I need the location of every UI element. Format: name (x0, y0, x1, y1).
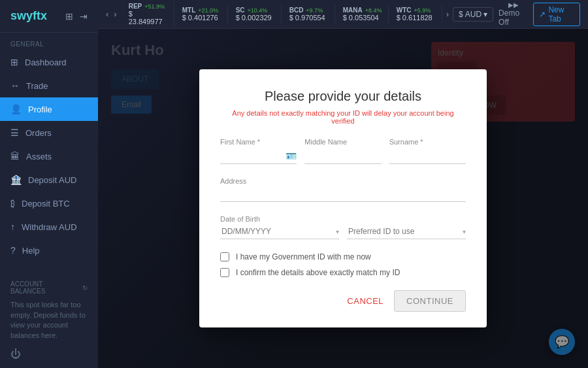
profile-icon: 👤 (10, 104, 22, 114)
gov-id-label[interactable]: I have my Government ID with me now (236, 252, 371, 261)
help-icon: ? (10, 245, 16, 256)
preferred-id-field: Preferred ID to use ▾ (347, 224, 466, 239)
forward-button[interactable]: › (114, 9, 116, 19)
dob-field: Date of Birth DD/MM/YYYY ▾ (220, 212, 339, 239)
sidebar-icon-group: ⊞ ⇥ (65, 11, 88, 22)
assets-icon: 🏛 (10, 151, 20, 161)
address-label: Address (220, 177, 246, 185)
trade-icon: ↔ (10, 80, 20, 91)
sidebar-item-trade[interactable]: ↔ Trade (0, 74, 98, 97)
sidebar-item-label-orders: Orders (25, 128, 52, 138)
ticker-wtc-price: $ 0.611828 (397, 14, 435, 22)
address-input[interactable] (220, 186, 466, 202)
dob-selector: DD/MM/YYYY ▾ (220, 224, 339, 239)
power-icon[interactable]: ⏻ (10, 348, 88, 360)
back-button[interactable]: ‹ (106, 9, 108, 19)
surname-label: Surname * (389, 138, 466, 146)
login-icon[interactable]: ⇥ (80, 11, 88, 22)
checkbox2-row: I confirm the details above exactly matc… (220, 268, 466, 277)
currency-selector[interactable]: $ AUD ▾ (453, 7, 493, 22)
ticker-bcd[interactable]: BCD +9.7% $ 0.970554 (283, 5, 335, 23)
orders-icon: ☰ (10, 127, 19, 138)
ticker-mtl[interactable]: MTL +21.0% $ 0.401276 (176, 5, 228, 23)
deposit-aud-icon: 🏦 (10, 175, 22, 185)
middle-name-input[interactable] (304, 148, 381, 164)
sidebar-item-assets[interactable]: 🏛 Assets (0, 144, 98, 168)
modal-warning: Any details not exactly matching your ID… (220, 109, 466, 125)
continue-button[interactable]: CONTINUE (394, 290, 466, 312)
middle-name-label: Middle Name (304, 138, 381, 146)
logo: swyftx (10, 9, 47, 23)
deposit-btc-icon: ₿ (10, 198, 15, 209)
ticker-rep-name: REP (129, 3, 142, 10)
sidebar-item-withdraw-aud[interactable]: ↑ Withdraw AUD (0, 215, 98, 239)
name-row: First Name * 🪪 Middle Name (220, 138, 466, 164)
sidebar-item-label-profile: Profile (28, 105, 52, 114)
account-balances-label: ACCOUNT BALANCES ↻ (10, 280, 88, 295)
sidebar: swyftx ⊞ ⇥ GENERAL ⊞ Dashboard ↔ Trade 👤… (0, 0, 98, 368)
ticker-rep-change: +51.9% (144, 3, 165, 10)
sidebar-item-deposit-aud[interactable]: 🏦 Deposit AUD (0, 168, 98, 192)
cancel-button[interactable]: CANCEL (347, 296, 384, 306)
account-empty-text: This spot looks far too empty. Deposit f… (10, 300, 88, 341)
modal-footer: CANCEL CONTINUE (220, 290, 466, 312)
chevron-down-icon: ▾ (483, 10, 487, 19)
dob-select[interactable]: DD/MM/YYYY (220, 224, 336, 239)
ticker-sc[interactable]: SC +10.4% $ 0.002329 (229, 5, 282, 23)
gov-id-checkbox[interactable] (220, 252, 229, 261)
checkbox1-row: I have my Government ID with me now (220, 252, 466, 261)
ticker-bcd-change: +9.7% (306, 7, 323, 14)
ticker-bcd-name: BCD (289, 7, 304, 14)
surname-input[interactable] (389, 148, 466, 164)
demo-icon: ▶▶ (508, 1, 519, 8)
sidebar-item-dashboard[interactable]: ⊞ Dashboard (0, 50, 98, 74)
sidebar-item-label-deposit-aud: Deposit AUD (28, 175, 76, 185)
ticker-mana-price: $ 0.053504 (343, 14, 382, 22)
sidebar-item-label-withdraw-aud: Withdraw AUD (22, 222, 77, 232)
ticker-mtl-name: MTL (182, 7, 196, 14)
sidebar-item-deposit-btc[interactable]: ₿ Deposit BTC (0, 192, 98, 215)
ticker-sc-name: SC (236, 7, 245, 14)
ticker-mana[interactable]: MANA +8.4% $ 0.053504 (336, 5, 389, 23)
dob-row: Date of Birth DD/MM/YYYY ▾ Preferred ID … (220, 212, 466, 239)
content-area: Kurt Ho ABOUT Email Identity 🪪 VERIFY NO… (98, 29, 588, 368)
preferred-id-select[interactable]: Preferred ID to use (347, 224, 463, 239)
middle-name-field: Middle Name (304, 138, 381, 164)
ticker-rep[interactable]: REP +51.9% $ 23.849977 (122, 1, 174, 27)
withdraw-aud-icon: ↑ (10, 222, 15, 232)
confirm-match-label[interactable]: I confirm the details above exactly matc… (236, 268, 400, 277)
dollar-icon: $ (459, 10, 463, 19)
address-field-wrapper: Address (220, 175, 466, 202)
ticker-sc-price: $ 0.002329 (236, 14, 274, 22)
ticker-mana-change: +8.4% (365, 7, 382, 14)
ticker-mana-name: MANA (343, 7, 363, 14)
refresh-icon[interactable]: ↻ (82, 284, 88, 292)
sidebar-item-orders[interactable]: ☰ Orders (0, 121, 98, 144)
sidebar-item-help[interactable]: ? Help (0, 239, 98, 262)
sidebar-item-profile[interactable]: 👤 Profile (0, 97, 98, 121)
modal-overlay: Please provide your details Any details … (98, 29, 588, 368)
more-tickers-button[interactable]: › (446, 9, 449, 19)
confirm-match-checkbox[interactable] (220, 268, 229, 277)
ticker-mtl-change: +21.0% (198, 7, 218, 14)
external-link-icon: ↗ (539, 10, 546, 19)
new-tab-button[interactable]: ↗ New Tab (533, 3, 580, 26)
sidebar-item-label-dashboard: Dashboard (25, 58, 67, 67)
ticker-wtc[interactable]: WTC +5.9% $ 0.611828 (390, 5, 442, 23)
preferred-id-selector: Preferred ID to use ▾ (347, 224, 466, 239)
provide-details-modal: Please provide your details Any details … (199, 69, 487, 327)
new-tab-label: New Tab (548, 5, 574, 24)
ticker-wtc-change: +5.9% (414, 7, 431, 14)
dashboard-icon: ⊞ (10, 57, 18, 67)
first-name-label: First Name * (220, 138, 297, 146)
topbar-nav: ‹ › (106, 9, 117, 19)
ticker-sc-change: +10.4% (248, 7, 268, 14)
topbar-right: $ AUD ▾ ▶▶ Demo Off ↗ New Tab (453, 1, 580, 27)
preferred-id-chevron-icon: ▾ (463, 228, 466, 235)
sidebar-item-label-help: Help (22, 246, 40, 256)
surname-field: Surname * (389, 138, 466, 164)
currency-label: AUD (465, 10, 482, 19)
first-name-input[interactable] (220, 148, 286, 163)
grid-icon[interactable]: ⊞ (65, 11, 73, 22)
demo-toggle[interactable]: ▶▶ Demo Off (498, 1, 528, 27)
